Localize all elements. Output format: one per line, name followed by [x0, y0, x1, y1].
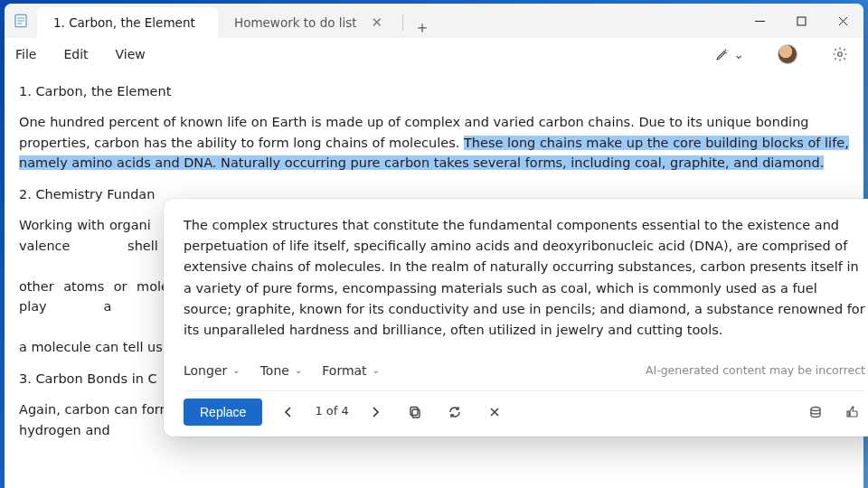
- dismiss-button[interactable]: [481, 399, 508, 426]
- tab-inactive[interactable]: Homework to do list ✕: [218, 7, 399, 38]
- tab-label: 1. Carbon, the Element: [53, 15, 195, 30]
- pager-label: 1 of 4: [315, 402, 348, 421]
- chevron-down-icon: ⌄: [373, 363, 380, 378]
- doc-heading-1: 1. Carbon, the Element: [19, 81, 849, 101]
- option-tone[interactable]: Tone⌄: [260, 361, 303, 380]
- notepad-window: 1. Carbon, the Element Homework to do li…: [5, 4, 863, 488]
- copy-button[interactable]: [401, 399, 429, 426]
- menu-edit[interactable]: Edit: [63, 47, 88, 61]
- menu-bar: File Edit View ⌄: [5, 38, 863, 70]
- menu-view[interactable]: View: [116, 47, 146, 61]
- chevron-down-icon: ⌄: [733, 47, 744, 61]
- tab-separator: [402, 14, 403, 31]
- next-button[interactable]: [362, 399, 389, 426]
- ai-suggestion-text: The complex structures that constitute t…: [184, 215, 865, 341]
- ai-rewrite-popover: The complex structures that constitute t…: [164, 199, 868, 436]
- svg-point-9: [728, 50, 729, 51]
- svg-point-8: [726, 52, 727, 53]
- tab-active[interactable]: 1. Carbon, the Element: [37, 7, 218, 38]
- tab-label: Homework to do list: [234, 15, 357, 30]
- tab-strip: 1. Carbon, the Element Homework to do li…: [37, 4, 739, 38]
- svg-rect-11: [412, 409, 420, 418]
- history-button[interactable]: [802, 399, 829, 426]
- ai-rewrite-button[interactable]: ⌄: [712, 42, 748, 67]
- chevron-down-icon: ⌄: [232, 363, 240, 378]
- ai-action-row: Replace 1 of 4: [184, 390, 865, 427]
- window-controls: [739, 4, 863, 38]
- account-avatar[interactable]: [775, 42, 800, 67]
- svg-rect-12: [410, 407, 418, 415]
- ai-options-row: Longer⌄ Tone⌄ Format⌄ AI-generated conte…: [184, 355, 865, 389]
- avatar-icon: [778, 44, 797, 64]
- maximize-button[interactable]: [780, 4, 822, 38]
- previous-button[interactable]: [275, 399, 302, 426]
- doc-paragraph-1: One hundred percent of known life on Ear…: [19, 112, 849, 173]
- replace-button[interactable]: Replace: [184, 399, 262, 426]
- option-longer[interactable]: Longer⌄: [184, 361, 241, 380]
- regenerate-button[interactable]: [441, 399, 468, 426]
- menu-file[interactable]: File: [15, 47, 36, 61]
- option-format[interactable]: Format⌄: [322, 361, 380, 380]
- feedback-button[interactable]: [838, 399, 865, 426]
- svg-point-10: [838, 52, 843, 56]
- minimize-button[interactable]: [739, 4, 780, 38]
- app-icon: [5, 4, 37, 38]
- close-button[interactable]: [822, 4, 863, 38]
- close-icon[interactable]: ✕: [371, 16, 382, 30]
- svg-point-15: [811, 407, 820, 410]
- chevron-down-icon: ⌄: [295, 363, 302, 378]
- settings-button[interactable]: [827, 42, 853, 67]
- title-bar: 1. Carbon, the Element Homework to do li…: [5, 4, 863, 38]
- svg-rect-5: [797, 17, 806, 25]
- new-tab-button[interactable]: ＋: [407, 16, 438, 38]
- ai-disclaimer: AI-generated content may be incorrect: [646, 361, 865, 380]
